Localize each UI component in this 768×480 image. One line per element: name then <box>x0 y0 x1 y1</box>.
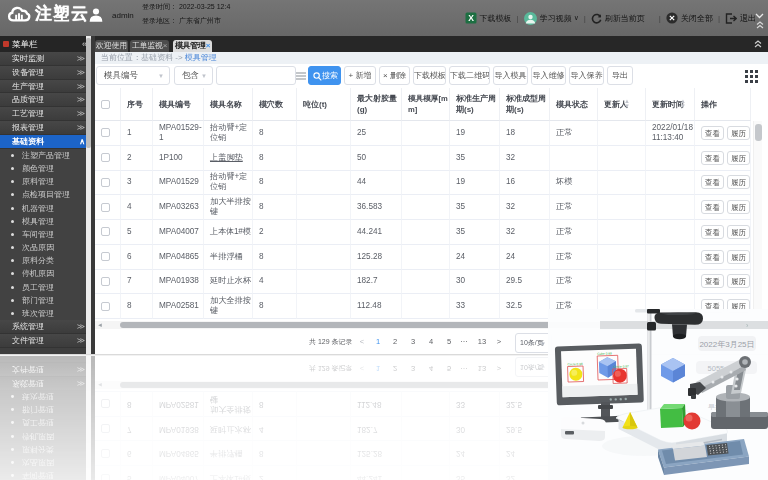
svg-text:X: X <box>468 13 474 23</box>
svg-text:Circle 0.97: Circle 0.97 <box>614 364 630 369</box>
svg-text:Cube 0.99: Cube 0.99 <box>597 351 612 356</box>
svg-text:2022年3月25日: 2022年3月25日 <box>699 340 754 349</box>
svg-text:Circle 0.98: Circle 0.98 <box>567 362 583 367</box>
